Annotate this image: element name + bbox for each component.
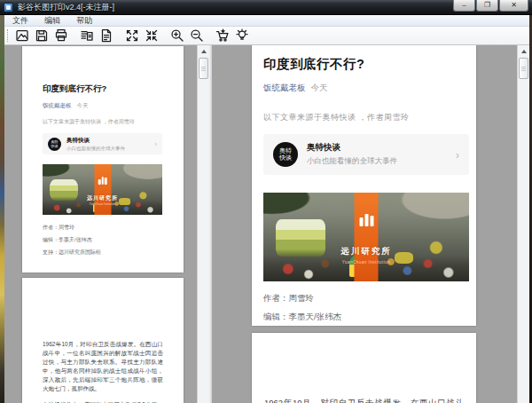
minimize-button[interactable]: – xyxy=(453,0,475,12)
left-panel-scrollbar[interactable] xyxy=(197,45,209,403)
account-name: 饭统戴老板 xyxy=(263,83,306,92)
zoom-in-button[interactable] xyxy=(168,27,187,44)
source-logo: 奥特 快谈 xyxy=(273,142,298,167)
zoom-out-icon xyxy=(190,28,204,43)
right-scrollbar-thumb[interactable] xyxy=(519,58,528,79)
account-name: 饭统戴老板 xyxy=(43,102,72,108)
vehicle-shape xyxy=(119,198,129,204)
article-cover-image: 远川研究所 YuanChuan Institution xyxy=(263,193,469,281)
close-button[interactable]: ✕ xyxy=(499,0,528,12)
article-title: 印度到底行不行? xyxy=(43,83,162,95)
toolbar xyxy=(4,27,529,45)
print-button[interactable] xyxy=(51,27,71,44)
credits-block: 作者：周雪玲 编辑：李墨天/张纬杰 支持：远川研究所国际组 xyxy=(43,224,162,257)
tips-button[interactable] xyxy=(232,27,252,44)
right-scroll-up-button[interactable] xyxy=(518,45,529,57)
title-bar[interactable]: 影谷长图打印v2.4[-未注册-] – ❐ ✕ xyxy=(0,0,532,15)
bus-shape xyxy=(276,219,325,257)
shrink-icon xyxy=(145,28,159,43)
source-line: 以下文章来源于奥特快谈 ，作者周雪玲 xyxy=(263,112,469,123)
scroll-up-icon xyxy=(201,50,207,53)
window-body: 文件 编辑 帮助 xyxy=(4,15,529,403)
bus-shape xyxy=(50,179,78,201)
article-title: 印度到底行不行? xyxy=(263,56,469,73)
menu-file[interactable]: 文件 xyxy=(4,15,36,27)
cover-brand-cn: 远川研究所 xyxy=(340,246,392,257)
image-icon xyxy=(15,28,29,43)
vehicle-shape xyxy=(395,252,413,264)
yuanchuan-logo-icon xyxy=(98,177,107,185)
left-scrollbar-thumb[interactable] xyxy=(199,58,208,79)
pages-overview-panel: 印度到底行不行? 饭统戴老板今天 以下文章来源于奥特快谈 ，作者周雪玲 奥特 快… xyxy=(4,45,197,403)
save-icon xyxy=(35,28,49,43)
cover-banner xyxy=(94,164,111,215)
source-line: 以下文章来源于奥特快谈 ，作者周雪玲 xyxy=(43,118,162,126)
expand-icon xyxy=(125,28,139,43)
cover-brand-en: YuanChuan Institution xyxy=(90,202,115,206)
source-card-name: 奥特快谈 xyxy=(307,142,397,154)
scroll-up-icon xyxy=(521,50,527,53)
toolbar-grip xyxy=(7,29,9,42)
cover-banner xyxy=(355,193,379,281)
menu-help[interactable]: 帮助 xyxy=(68,15,100,27)
cart-icon xyxy=(215,28,230,43)
article-cover-image: 远川研究所 YuanChuan Institution xyxy=(43,164,162,215)
chevron-right-icon: › xyxy=(456,148,459,162)
cover-brand-cn: 远川研究所 xyxy=(87,194,118,202)
zoom-in-icon xyxy=(170,28,184,43)
chevron-right-icon: › xyxy=(154,140,157,148)
document-button[interactable] xyxy=(97,27,116,44)
document-icon xyxy=(99,28,113,43)
lightbulb-icon xyxy=(235,28,249,43)
article-byline: 饭统戴老板今天 xyxy=(43,102,162,110)
print-icon xyxy=(54,28,68,43)
credits-block: 作者：周雪玲 编辑：李墨天/张纬杰 支持：远川研究所国际组 xyxy=(263,293,469,326)
preview-page-2: 1962年10月，对印自卫反击战爆发。在西山口战斗中，一位名叫庞国兴的解放军战士… xyxy=(22,278,184,403)
save-button[interactable] xyxy=(32,27,51,44)
fit-shrink-button[interactable] xyxy=(142,27,161,44)
zoom-page-2: 1962年10月，对印自卫反击战爆发。在西山口战斗中，一位名叫庞国兴的解放军战士… xyxy=(252,333,476,403)
preview-page-1: 印度到底行不行? 饭统戴老板今天 以下文章来源于奥特快谈 ，作者周雪玲 奥特 快… xyxy=(22,46,184,273)
cover-brand-en: YuanChuan Institution xyxy=(342,260,391,265)
open-image-button[interactable] xyxy=(12,27,32,44)
article-byline: 饭统戴老板今天 xyxy=(263,83,469,94)
maximize-button[interactable]: ❐ xyxy=(476,0,498,12)
register-button[interactable] xyxy=(213,27,232,44)
app-icon xyxy=(4,3,13,12)
publish-date: 今天 xyxy=(77,102,89,108)
minimize-icon: – xyxy=(462,1,466,9)
page-setup-icon xyxy=(80,28,94,43)
menu-bar: 文件 编辑 帮助 xyxy=(4,15,529,27)
left-scroll-up-button[interactable] xyxy=(198,45,209,57)
maximize-icon: ❐ xyxy=(484,1,490,9)
zoom-page-1: 印度到底行不行? 饭统戴老板今天 以下文章来源于奥特快谈 ，作者周雪玲 奥特 快… xyxy=(252,45,476,326)
fit-expand-button[interactable] xyxy=(122,27,142,44)
window-title: 影谷长图打印v2.4[-未注册-] xyxy=(18,2,114,13)
yuanchuan-logo-icon xyxy=(359,214,373,226)
close-icon: ✕ xyxy=(511,1,517,9)
body-paragraph-1: 1962年10月，对印自卫反击战爆发。在西山口战斗中，一位名叫庞国兴的解放军战士… xyxy=(264,395,464,403)
zoom-out-button[interactable] xyxy=(187,27,207,44)
source-card-desc: 小白也能看懂的全球大事件 xyxy=(307,156,397,167)
right-panel-scrollbar[interactable] xyxy=(517,45,529,403)
body-paragraph-1: 1962年10月，对印自卫反击战爆发。在西山口战斗中，一位名叫庞国兴的解放军战士… xyxy=(43,340,163,393)
menu-edit[interactable]: 编辑 xyxy=(36,15,68,27)
app-window: 影谷长图打印v2.4[-未注册-] – ❐ ✕ 文件 编辑 帮助 xyxy=(0,0,532,403)
source-card-desc: 小白也能看懂的全球大事件 xyxy=(66,146,125,152)
source-card-name: 奥特快谈 xyxy=(66,137,125,145)
publish-date: 今天 xyxy=(311,83,328,92)
source-card: 奥特 快谈 奥特快谈 小白也能看懂的全球大事件 › xyxy=(43,133,162,154)
source-logo: 奥特 快谈 xyxy=(48,138,61,151)
main-area: 印度到底行不行? 饭统戴老板今天 以下文章来源于奥特快谈 ，作者周雪玲 奥特 快… xyxy=(4,45,529,403)
zoom-preview-panel: 印度到底行不行? 饭统戴老板今天 以下文章来源于奥特快谈 ，作者周雪玲 奥特 快… xyxy=(212,45,517,403)
source-card: 奥特 快谈 奥特快谈 小白也能看懂的全球大事件 › xyxy=(263,134,469,175)
page-setup-button[interactable] xyxy=(77,27,97,44)
